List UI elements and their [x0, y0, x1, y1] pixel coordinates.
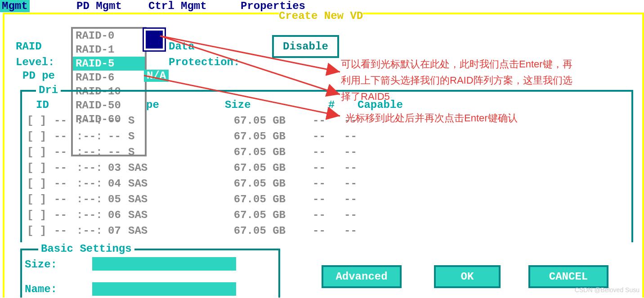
- col-hash: #: [328, 99, 335, 111]
- panel-title: Create New VD: [279, 10, 363, 22]
- dri-label: Dri: [36, 84, 61, 96]
- raid-label: RAID: [16, 40, 42, 53]
- cursor-box[interactable]: [144, 29, 165, 50]
- menu-pd-mgmt[interactable]: PD Mgmt: [76, 0, 122, 12]
- advanced-button[interactable]: Advanced: [322, 265, 402, 288]
- col-id: ID: [36, 99, 49, 111]
- protection-label: Protection:: [169, 56, 240, 68]
- annotation-line2: 利用上下箭头选择我们的RAID阵列方案，这里我们选: [341, 74, 572, 87]
- annotation-line1: 可以看到光标默认在此处，此时我们点击Enter键，再: [341, 58, 572, 71]
- watermark: CSDN @Beloved Susu: [575, 286, 640, 294]
- basic-settings-label: Basic Settings: [38, 243, 134, 255]
- level-label: Level:: [16, 56, 54, 68]
- annotation-line3: 择了RAID5: [341, 90, 390, 103]
- table-row[interactable]: [ ]--:--:04SAS67.05 GB----: [27, 178, 432, 190]
- pd-pe-label: PD pe: [22, 70, 55, 82]
- annotation-line4: 光标移到此处后并再次点击Enter键确认: [345, 111, 518, 125]
- raid-option-5[interactable]: RAID-5: [73, 57, 145, 71]
- table-row[interactable]: [ ]--:--:07SAS67.05 GB----: [27, 225, 432, 237]
- table-row[interactable]: [ ]--:--:06SAS67.05 GB----: [27, 209, 432, 221]
- size-input[interactable]: [92, 257, 236, 271]
- menu-mgmt[interactable]: Mgmt: [0, 0, 30, 12]
- size-label: Size:: [25, 258, 57, 271]
- menu-ctrl-mgmt[interactable]: Ctrl Mgmt: [148, 0, 207, 12]
- disable-button[interactable]: Disable: [272, 35, 339, 58]
- table-row[interactable]: [ ]--:--:--S67.05 GB----: [27, 146, 432, 158]
- raid-option-6[interactable]: RAID-6: [73, 71, 145, 85]
- name-input[interactable]: [92, 282, 236, 296]
- ok-button[interactable]: OK: [434, 265, 501, 288]
- name-label: Name:: [25, 283, 57, 295]
- raid-option-0[interactable]: RAID-0: [73, 29, 145, 43]
- cancel-button[interactable]: CANCEL: [528, 265, 608, 288]
- table-row[interactable]: [ ]--:--:05SAS67.05 GB----: [27, 193, 432, 205]
- col-size: Size: [225, 99, 251, 111]
- col-pe: pe: [146, 99, 159, 111]
- table-row[interactable]: [ ]--:--:03SAS67.05 GB----: [27, 162, 432, 174]
- data-label: Data: [169, 40, 195, 53]
- raid-option-1[interactable]: RAID-1: [73, 43, 145, 57]
- table-row[interactable]: [ ]--:--:--S67.05 GB----: [27, 130, 432, 142]
- na-value: N/A: [144, 70, 169, 82]
